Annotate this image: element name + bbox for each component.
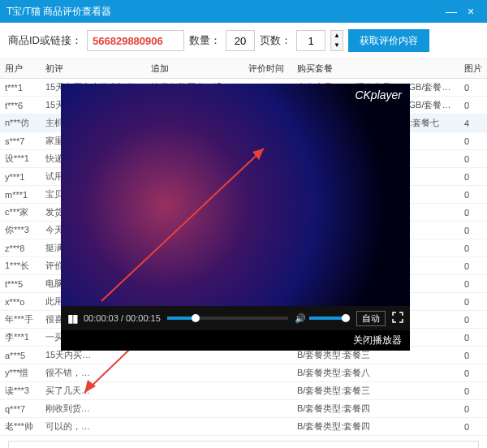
- table-cell: 买了几天…: [41, 382, 146, 400]
- col-first[interactable]: 初评: [41, 59, 146, 79]
- table-cell: 0: [459, 239, 487, 257]
- table-cell: a***5: [0, 347, 41, 364]
- table-cell: 0: [459, 257, 487, 275]
- qty-label: 数量：: [189, 33, 221, 48]
- table-cell: B/套餐类型:套餐四: [292, 418, 459, 436]
- table-cell: 0: [459, 347, 487, 364]
- table-cell: [244, 400, 292, 418]
- table-cell: [244, 382, 292, 400]
- table-cell: 刚收到货…: [41, 400, 146, 418]
- close-player-button[interactable]: 关闭播放器: [61, 330, 410, 351]
- col-pkg[interactable]: 购买套餐: [292, 59, 459, 79]
- table-cell: 李***1: [0, 329, 41, 347]
- fullscreen-icon[interactable]: [392, 312, 403, 325]
- table-cell: m***1: [0, 186, 41, 204]
- table-cell: [146, 400, 244, 418]
- table-cell: [146, 382, 244, 400]
- table-cell: B/套餐类型:套餐八: [292, 364, 459, 382]
- player-brand: CKplayer: [355, 88, 402, 101]
- video-stage[interactable]: CKplayer: [61, 84, 410, 306]
- table-cell: 1***长: [0, 257, 41, 275]
- table-cell: 0: [459, 222, 487, 239]
- video-frame: [61, 84, 410, 306]
- volume-control[interactable]: 🔊: [295, 313, 350, 324]
- table-row[interactable]: 老***帅可以的，…B/套餐类型:套餐四0: [0, 418, 487, 436]
- table-cell: 0: [459, 400, 487, 418]
- table-cell: y***1: [0, 168, 41, 186]
- col-time[interactable]: 评价时间: [244, 59, 292, 79]
- page-stepper: ▲ ▼: [330, 30, 343, 51]
- table-row[interactable]: q***7刚收到货…B/套餐类型:套餐四0: [0, 400, 487, 418]
- table-cell: 0: [459, 79, 487, 97]
- table-cell: 老***帅: [0, 418, 41, 436]
- table-cell: 0: [459, 275, 487, 293]
- table-cell: t***1: [0, 79, 41, 97]
- table-row[interactable]: 读***3买了几天…B/套餐类型:套餐三0: [0, 382, 487, 400]
- table-cell: 0: [459, 150, 487, 168]
- table-cell: t***6: [0, 97, 41, 114]
- page-label: 页数：: [260, 33, 291, 48]
- stepper-down[interactable]: ▼: [331, 41, 343, 50]
- table-cell: 0: [459, 293, 487, 311]
- stepper-up[interactable]: ▲: [331, 31, 343, 41]
- table-cell: 0: [459, 329, 487, 347]
- minimize-button[interactable]: —: [442, 5, 461, 18]
- table-cell: 0: [459, 418, 487, 436]
- time-display: 00:00:03 / 00:00:15: [84, 313, 161, 323]
- id-label: 商品ID或链接：: [8, 33, 82, 48]
- table-cell: x***o: [0, 293, 41, 311]
- table-cell: 可以的，…: [41, 418, 146, 436]
- table-cell: 年***手: [0, 311, 41, 329]
- table-cell: [146, 418, 244, 436]
- table-cell: y***惜: [0, 364, 41, 382]
- player-controls: ▮▮ 00:00:03 / 00:00:15 🔊 自动: [61, 306, 410, 330]
- table-cell: 你***3: [0, 222, 41, 239]
- col-user[interactable]: 用户: [0, 59, 41, 79]
- table-cell: B/套餐类型:套餐四: [292, 400, 459, 418]
- table-cell: z***8: [0, 239, 41, 257]
- table-cell: 0: [459, 364, 487, 382]
- table-cell: [244, 418, 292, 436]
- table-cell: 读***3: [0, 382, 41, 400]
- table-cell: 0: [459, 168, 487, 186]
- col-pic[interactable]: 图片: [459, 59, 487, 79]
- table-wrap: 用户 初评 追加 评价时间 购买套餐 图片 t***115天内买家未作出评价快递…: [0, 59, 487, 436]
- table-cell: [244, 364, 292, 382]
- table-cell: 0: [459, 382, 487, 400]
- table-header-row: 用户 初评 追加 评价时间 购买套餐 图片: [0, 59, 487, 79]
- page-input[interactable]: [296, 30, 325, 51]
- table-cell: c***家: [0, 204, 41, 222]
- table-cell: 0: [459, 311, 487, 329]
- table-cell: q***7: [0, 400, 41, 418]
- table-cell: 4: [459, 114, 487, 132]
- close-button[interactable]: ×: [461, 5, 481, 18]
- app-title: T宝/T猫 商品评价查看器: [6, 5, 442, 19]
- table-cell: n***仿: [0, 114, 41, 132]
- table-cell: 很不错，…: [41, 364, 146, 382]
- pause-button[interactable]: ▮▮: [67, 312, 77, 325]
- table-cell: B/套餐类型:套餐三: [292, 382, 459, 400]
- table-cell: t***5: [0, 275, 41, 293]
- toolbar: 商品ID或链接： 数量： 页数： ▲ ▼ 获取评价内容: [0, 23, 487, 59]
- progress-bar[interactable]: [167, 317, 288, 320]
- table-cell: [146, 364, 244, 382]
- table-cell: 0: [459, 204, 487, 222]
- qty-input[interactable]: [226, 30, 255, 51]
- review-detail-panel: n***仿 ❤❤❤ 3305.55 元 主机配置与描述相符，安装完整，机箱空间够…: [8, 441, 479, 448]
- table-cell: s***7: [0, 132, 41, 150]
- table-cell: 0: [459, 186, 487, 204]
- col-append[interactable]: 追加: [146, 59, 244, 79]
- table-cell: 设***1: [0, 150, 41, 168]
- table-row[interactable]: y***惜很不错，…B/套餐类型:套餐八0: [0, 364, 487, 382]
- quality-auto-button[interactable]: 自动: [356, 311, 386, 326]
- volume-icon[interactable]: 🔊: [295, 313, 306, 324]
- table-cell: 0: [459, 132, 487, 150]
- fetch-button[interactable]: 获取评价内容: [348, 29, 429, 52]
- table-cell: 0: [459, 97, 487, 114]
- product-id-input[interactable]: [87, 30, 184, 51]
- titlebar: T宝/T猫 商品评价查看器 — ×: [0, 0, 487, 23]
- video-player: CKplayer ▮▮ 00:00:03 / 00:00:15 🔊 自动 关闭播…: [61, 84, 410, 351]
